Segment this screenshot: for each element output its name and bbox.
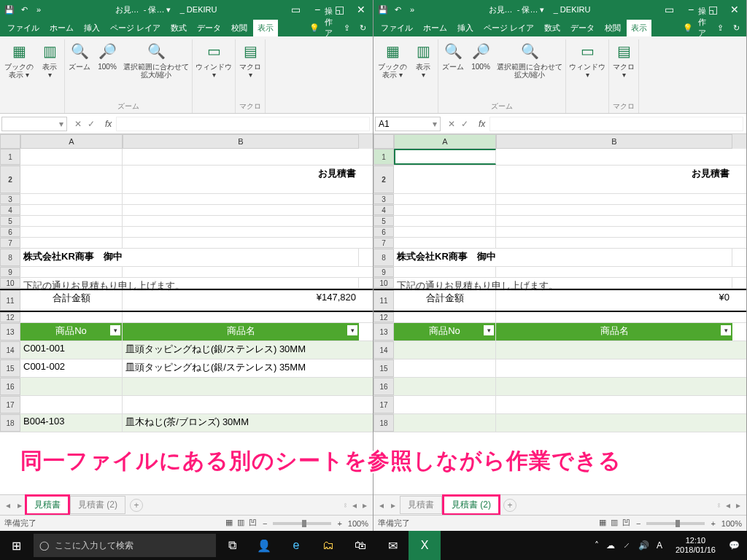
table-cell[interactable] bbox=[123, 396, 359, 413]
excel-taskbar-icon[interactable]: X bbox=[409, 531, 441, 560]
tab-formula[interactable]: 数式 bbox=[166, 20, 191, 36]
tab-insert[interactable]: 挿入 bbox=[80, 20, 104, 36]
mail-icon[interactable]: ✉ bbox=[376, 531, 409, 560]
formula-input[interactable] bbox=[489, 117, 743, 131]
ribbon-mode-icon[interactable]: ▭ bbox=[285, 1, 306, 18]
table-cell[interactable] bbox=[394, 396, 496, 413]
table-cell[interactable] bbox=[20, 396, 123, 413]
view-normal-icon[interactable]: ▦ bbox=[599, 518, 606, 529]
tab-file[interactable]: ファイル bbox=[3, 20, 44, 36]
tab-view[interactable]: 表示 bbox=[627, 20, 651, 36]
taskbar-clock[interactable]: 12:102018/01/16 bbox=[670, 536, 721, 555]
col-header-a[interactable]: A bbox=[394, 134, 496, 149]
undo-icon[interactable]: ↶ bbox=[19, 4, 29, 15]
macro-button[interactable]: ▤マクロ ▾ bbox=[611, 39, 637, 100]
select-all-corner[interactable] bbox=[0, 134, 20, 149]
selected-cell-a1[interactable] bbox=[394, 149, 496, 165]
book-view-button[interactable]: ▦ブックの 表示 ▾ bbox=[376, 39, 409, 102]
ime-icon[interactable]: A bbox=[657, 540, 662, 551]
worksheet-grid[interactable]: A B 1 2お見積書 3 4 5 6 7 8株式会社KR商事 御中 9 10下… bbox=[374, 134, 746, 494]
tab-review[interactable]: 校閲 bbox=[600, 20, 625, 36]
sheet-nav-next-icon[interactable]: ▸ bbox=[388, 500, 398, 510]
zoom-100-button[interactable]: 🔎100% bbox=[468, 39, 494, 100]
table-cell[interactable] bbox=[394, 378, 496, 395]
tab-formula[interactable]: 数式 bbox=[540, 20, 565, 36]
table-cell[interactable]: B004-103 bbox=[20, 414, 123, 432]
filter-dropdown-icon[interactable]: ▾ bbox=[347, 325, 357, 335]
table-cell[interactable] bbox=[496, 341, 732, 359]
filter-dropdown-icon[interactable]: ▾ bbox=[721, 325, 731, 335]
window-button[interactable]: ▭ウィンドウ ▾ bbox=[568, 39, 607, 102]
table-cell[interactable] bbox=[20, 378, 123, 395]
zoom-slider[interactable] bbox=[646, 522, 705, 525]
sheet-tab-1[interactable]: 見積書 bbox=[400, 496, 442, 514]
view-break-icon[interactable]: 凹 bbox=[249, 518, 257, 529]
enter-icon[interactable]: ✓ bbox=[461, 119, 468, 129]
edge-icon[interactable]: e bbox=[280, 531, 312, 560]
table-cell[interactable]: 皿木ねじ(茶/ブロンズ) 30MM bbox=[123, 414, 359, 432]
table-header-name[interactable]: 商品名▾ bbox=[496, 323, 732, 341]
ribbon-mode-icon[interactable]: ▭ bbox=[659, 1, 679, 18]
tab-data[interactable]: データ bbox=[566, 20, 599, 36]
view-page-icon[interactable]: ▥ bbox=[237, 518, 244, 529]
undo-icon[interactable]: ↶ bbox=[392, 4, 403, 15]
table-cell[interactable] bbox=[394, 341, 496, 359]
sheet-nav-next-icon[interactable]: ▸ bbox=[15, 500, 25, 510]
history-icon[interactable]: ↻ bbox=[730, 22, 742, 34]
qat-more-icon[interactable]: » bbox=[407, 4, 417, 15]
select-all-corner[interactable] bbox=[374, 134, 394, 149]
close-icon[interactable]: ✕ bbox=[724, 1, 745, 18]
zoom-value[interactable]: 100% bbox=[721, 519, 742, 528]
save-icon[interactable]: 💾 bbox=[4, 4, 15, 15]
show-button[interactable]: ▥表示 ▾ bbox=[410, 39, 436, 102]
volume-icon[interactable]: 🔊 bbox=[638, 540, 649, 551]
zoom-100-button[interactable]: 🔎100% bbox=[94, 39, 120, 100]
task-view-icon[interactable]: ⧉ bbox=[216, 531, 248, 560]
fx-icon[interactable]: fx bbox=[479, 119, 485, 129]
macro-button[interactable]: ▤マクロ ▾ bbox=[237, 39, 263, 100]
window-button[interactable]: ▭ウィンドウ ▾ bbox=[194, 39, 233, 102]
name-box[interactable]: ▾ bbox=[1, 117, 67, 131]
view-page-icon[interactable]: ▥ bbox=[611, 518, 618, 529]
table-cell[interactable] bbox=[496, 378, 732, 395]
cancel-icon[interactable]: ✕ bbox=[74, 119, 82, 129]
tellme-icon[interactable]: 💡 bbox=[309, 22, 320, 34]
filter-dropdown-icon[interactable]: ▾ bbox=[110, 325, 120, 335]
table-cell[interactable]: C001-001 bbox=[20, 341, 123, 359]
col-header-a[interactable]: A bbox=[20, 134, 123, 149]
view-break-icon[interactable]: 凹 bbox=[622, 518, 630, 529]
tab-layout[interactable]: ページ レイア bbox=[106, 20, 165, 36]
close-icon[interactable]: ✕ bbox=[351, 1, 371, 18]
table-header-no[interactable]: 商品No▾ bbox=[20, 323, 123, 341]
name-box[interactable]: A1▾ bbox=[375, 117, 441, 131]
tab-home[interactable]: ホーム bbox=[45, 20, 78, 36]
worksheet-grid[interactable]: A B 1 2お見積書 3 4 5 6 7 8株式会社KR商事 御中 9 10下… bbox=[0, 134, 373, 494]
zoom-button[interactable]: 🔍ズーム bbox=[66, 39, 93, 100]
tellme-label[interactable]: 操作アシ bbox=[325, 22, 336, 34]
sheet-nav-prev-icon[interactable]: ◂ bbox=[376, 500, 387, 510]
tab-data[interactable]: データ bbox=[193, 20, 225, 36]
view-normal-icon[interactable]: ▦ bbox=[225, 518, 233, 529]
new-sheet-button[interactable]: + bbox=[130, 499, 143, 512]
enter-icon[interactable]: ✓ bbox=[88, 119, 95, 129]
table-header-name[interactable]: 商品名▾ bbox=[123, 323, 359, 341]
formula-input[interactable] bbox=[116, 117, 370, 131]
tab-insert[interactable]: 挿入 bbox=[453, 20, 478, 36]
table-header-no[interactable]: 商品No▾ bbox=[394, 323, 496, 341]
table-cell[interactable] bbox=[496, 396, 732, 413]
taskbar-search[interactable]: ◯ ここに入力して検索 bbox=[34, 534, 216, 557]
zoom-selection-button[interactable]: 🔍選択範囲に合わせて 拡大/縮小 bbox=[495, 39, 564, 100]
tab-view[interactable]: 表示 bbox=[253, 20, 278, 36]
table-cell[interactable] bbox=[496, 414, 732, 432]
table-cell[interactable]: 皿頭タッピングねじ(銀/ステンレス) 35MM bbox=[123, 359, 359, 377]
tellme-icon[interactable]: 💡 bbox=[682, 22, 694, 34]
col-header-b[interactable]: B bbox=[123, 134, 359, 149]
table-cell[interactable] bbox=[496, 359, 732, 377]
show-button[interactable]: ▥表示 ▾ bbox=[36, 39, 63, 102]
zoom-slider[interactable] bbox=[273, 522, 331, 525]
sheet-tab-2[interactable]: 見積書 (2) bbox=[444, 496, 499, 514]
book-view-button[interactable]: ▦ブックの 表示 ▾ bbox=[3, 39, 35, 102]
tab-home[interactable]: ホーム bbox=[419, 20, 452, 36]
sheet-tab-1[interactable]: 見積書 bbox=[26, 496, 69, 514]
share-icon[interactable]: ⇪ bbox=[341, 22, 352, 34]
